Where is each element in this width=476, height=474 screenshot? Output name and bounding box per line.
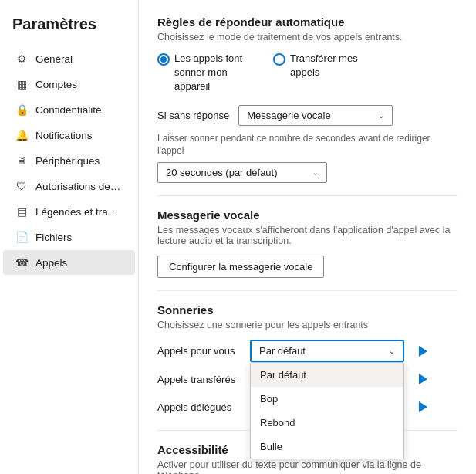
repondeur-title: Règles de répondeur automatique (157, 15, 457, 29)
sidebar-item-label-peripheriques: Périphériques (35, 155, 100, 167)
appels-pour-vous-row: Appels pour vous Par défaut ⌄ Par défaut… (157, 340, 457, 362)
sidebar-item-label-fichiers: Fichiers (35, 232, 72, 243)
radio-sonnerie-label: Les appels font sonner mon appareil (174, 52, 258, 94)
sidebar-item-label-appels: Appels (35, 257, 67, 269)
comptes-icon: ▦ (15, 78, 28, 90)
sidebar-item-label-confidentialite: Confidentialité (35, 104, 102, 116)
play-appels-pour-vous-button[interactable] (412, 340, 434, 362)
sidebar: Paramètres ⚙ Général ▦ Comptes 🔒 Confide… (0, 0, 139, 474)
messagerie-title: Messagerie vocale (157, 208, 457, 222)
repondeur-section: Règles de répondeur automatique Choisiss… (157, 15, 457, 183)
appels-pour-vous-menu: Par défaut Bop Rebond Bulle (250, 362, 404, 459)
configurer-messagerie-button[interactable]: Configurer la messagerie vocale (157, 256, 324, 278)
appels-pour-vous-label: Appels pour vous (157, 345, 242, 357)
captions-icon: ▤ (15, 205, 28, 218)
appels-pour-vous-value: Par défaut (259, 345, 306, 357)
sidebar-item-label-comptes: Comptes (35, 79, 77, 90)
sidebar-item-peripheriques[interactable]: 🖥 Périphériques (3, 148, 135, 173)
dropdown-item-bop[interactable]: Bop (251, 387, 403, 411)
dropdown-item-bulle[interactable]: Bulle (251, 435, 403, 459)
phone-icon: ☎ (15, 256, 28, 269)
dropdown-item-par-defaut[interactable]: Par défaut (251, 363, 403, 387)
gear-icon: ⚙ (15, 52, 28, 65)
messagerie-section: Messagerie vocale Les messages vocaux s'… (157, 208, 457, 278)
appels-transferes-label: Appels transférés (157, 374, 242, 385)
radio-transferer[interactable]: Transférer mes appels (273, 52, 373, 80)
repondeur-desc: Choisissez le mode de traitement de vos … (157, 32, 457, 42)
monitor-icon: 🖥 (15, 154, 28, 167)
play-icon (419, 346, 427, 357)
sidebar-item-notifications[interactable]: 🔔 Notifications (3, 123, 135, 147)
sidebar-item-fichiers[interactable]: 📄 Fichiers (3, 225, 135, 249)
chevron-down-appels-icon: ⌄ (389, 347, 395, 355)
sidebar-item-appels[interactable]: ☎ Appels (3, 250, 135, 275)
play-delegues-icon (419, 401, 427, 412)
divider-2 (157, 290, 457, 291)
messagerie-select[interactable]: Messagerie vocale ⌄ (238, 105, 393, 126)
chevron-down-seconds-icon: ⌄ (312, 168, 319, 177)
radio-sonnerie[interactable]: Les appels font sonner mon appareil (157, 52, 258, 94)
seconds-select-value: 20 secondes (par défaut) (166, 167, 278, 178)
messagerie-select-value: Messagerie vocale (247, 110, 330, 121)
seconds-select[interactable]: 20 secondes (par défaut) ⌄ (157, 162, 327, 183)
appels-delegues-label: Appels délégués (157, 401, 242, 413)
sidebar-item-legendes[interactable]: ▤ Légendes et transcriptions (3, 199, 135, 224)
appels-pour-vous-dropdown-wrapper: Par défaut ⌄ Par défaut Bop Rebond Bulle (250, 340, 404, 362)
sonneries-section: Sonneries Choisissez une sonnerie pour l… (157, 303, 457, 418)
bell-icon: 🔔 (15, 129, 28, 141)
play-transferes-icon (419, 374, 427, 384)
radio-sonnerie-circle[interactable] (157, 53, 170, 66)
dropdown-item-rebond[interactable]: Rebond (251, 411, 403, 435)
sonneries-title: Sonneries (157, 303, 457, 317)
sidebar-item-general[interactable]: ⚙ Général (3, 46, 135, 71)
radio-transferer-label: Transférer mes appels (290, 52, 373, 80)
main-content: Règles de répondeur automatique Choisiss… (139, 0, 476, 474)
file-icon: 📄 (15, 231, 28, 243)
si-sans-reponse-row: Si sans réponse Messagerie vocale ⌄ (157, 105, 457, 126)
radio-group: Les appels font sonner mon appareil Tran… (157, 52, 457, 94)
appels-pour-vous-select[interactable]: Par défaut ⌄ (250, 340, 404, 362)
si-sans-reponse-label: Si sans réponse (157, 110, 229, 121)
divider-1 (157, 195, 457, 196)
play-appels-transferes-button[interactable] (412, 368, 434, 390)
sidebar-item-label-legendes: Légendes et transcriptions (35, 206, 123, 218)
play-appels-delegues-button[interactable] (412, 396, 434, 418)
messagerie-desc: Les messages vocaux s'afficheront dans l… (157, 225, 457, 246)
shield-icon: 🛡 (15, 180, 28, 192)
sidebar-item-comptes[interactable]: ▦ Comptes (3, 72, 135, 96)
hint-secondes: Laisser sonner pendant ce nombre de seco… (157, 132, 443, 158)
page-title: Paramètres (0, 8, 138, 46)
sidebar-item-label-general: Général (35, 53, 73, 65)
sidebar-item-autorisations[interactable]: 🛡 Autorisations de l'applic... (3, 174, 135, 198)
radio-transferer-circle[interactable] (273, 53, 285, 66)
lock-icon: 🔒 (15, 103, 28, 116)
chevron-down-icon: ⌄ (378, 111, 384, 120)
seconds-row: 20 secondes (par défaut) ⌄ (157, 162, 457, 183)
sidebar-item-label-autorisations: Autorisations de l'applic... (35, 181, 123, 192)
sidebar-item-confidentialite[interactable]: 🔒 Confidentialité (3, 97, 135, 122)
accessibilite-desc: Activer pour utiliser du texte pour comm… (157, 459, 457, 474)
sonneries-desc: Choisissez une sonnerie pour les appels … (157, 320, 457, 330)
sidebar-item-label-notifications: Notifications (35, 130, 93, 141)
